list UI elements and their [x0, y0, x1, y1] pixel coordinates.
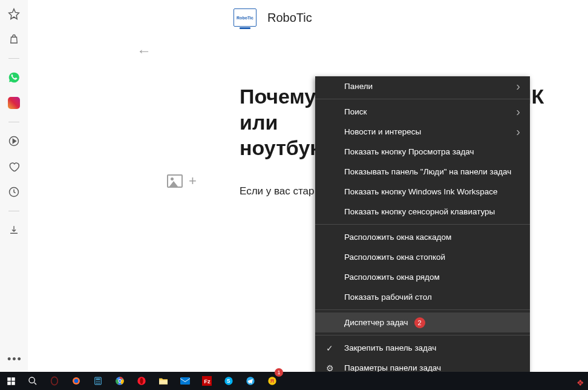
svg-point-14 [99, 381, 100, 382]
sidebar-separator [8, 211, 19, 211]
clock-icon[interactable] [7, 185, 21, 199]
ctx-task-manager[interactable]: Диспетчер задач 2 [315, 312, 530, 332]
svg-rect-25 [180, 377, 190, 385]
ctx-lock-taskbar[interactable]: ✓ Закрепить панель задач [315, 338, 530, 358]
ctx-separator [315, 99, 530, 99]
ctx-show-desktop[interactable]: Показать рабочий стол [315, 287, 530, 307]
ctx-search[interactable]: Поиск [315, 102, 530, 122]
svg-rect-11 [96, 378, 100, 380]
ctx-label: Показать кнопку Windows Ink Workspace [344, 187, 497, 196]
taskbar-context-menu: Панели Поиск Новости и интересы Показать… [315, 76, 530, 378]
mail-icon[interactable] [174, 372, 196, 390]
svg-point-16 [97, 383, 99, 384]
back-arrow-icon[interactable]: ← [137, 42, 151, 59]
yandex-icon[interactable]: Я 1 [261, 372, 283, 390]
svg-point-23 [140, 378, 143, 385]
svg-point-9 [74, 379, 79, 383]
ctx-label: Показать кнопку сенсорной клавиатуры [344, 207, 495, 216]
ctx-separator [315, 309, 530, 310]
ctx-label: Расположить окна рядом [344, 273, 440, 282]
more-icon[interactable]: ••• [7, 353, 22, 366]
ctx-ink-workspace[interactable]: Показать кнопку Windows Ink Workspace [315, 182, 530, 202]
firefox-icon[interactable] [65, 372, 87, 390]
start-button[interactable] [0, 372, 22, 390]
image-placeholder[interactable]: + [167, 173, 197, 189]
windows-taskbar[interactable]: Fz S Я 1 ❖ [0, 372, 588, 390]
filezilla-icon[interactable]: Fz [196, 372, 218, 390]
annotation-badge-1: 1 [275, 368, 283, 377]
site-name[interactable]: RoboTic [267, 11, 312, 25]
page-header: RoboTic RoboTic [28, 0, 588, 27]
ctx-label: Панели [344, 82, 373, 91]
annotation-badge-2: 2 [414, 317, 425, 328]
instagram-icon[interactable] [7, 96, 21, 110]
heart-icon[interactable] [7, 160, 21, 173]
play-circle-icon[interactable] [7, 134, 21, 148]
bag-icon[interactable] [7, 33, 21, 46]
svg-text:S: S [227, 378, 230, 384]
svg-text:Я: Я [270, 378, 274, 384]
ctx-sidebyside[interactable]: Расположить окна рядом [315, 267, 530, 287]
svg-text:Fz: Fz [204, 378, 211, 385]
telegram-icon[interactable] [240, 372, 261, 390]
calc-icon[interactable] [87, 372, 109, 390]
whatsapp-icon[interactable] [7, 71, 21, 84]
svg-point-15 [96, 383, 97, 384]
explorer-icon[interactable] [152, 372, 174, 390]
ctx-panels[interactable]: Панели [315, 76, 530, 96]
ctx-separator [315, 224, 530, 225]
ctx-touch-keyboard[interactable]: Показать кнопку сенсорной клавиатуры [315, 202, 530, 222]
ctx-label: Параметры панели задач [344, 363, 441, 372]
sidebar-separator [8, 58, 19, 59]
browser-sidebar: ••• [0, 0, 28, 372]
ctx-taskview-button[interactable]: Показать кнопку Просмотра задач [315, 142, 530, 162]
opera-pinned-icon[interactable] [44, 372, 65, 390]
svg-point-6 [29, 377, 34, 383]
svg-rect-2 [7, 377, 11, 381]
tray-icon[interactable]: ❖ [577, 378, 584, 388]
ctx-people-panel[interactable]: Показывать панель "Люди" на панели задач [315, 162, 530, 182]
skype-icon[interactable]: S [218, 372, 240, 390]
image-icon [167, 174, 183, 188]
svg-rect-3 [11, 377, 15, 381]
ctx-label: Расположить окна стопкой [344, 253, 445, 262]
ctx-cascade[interactable]: Расположить окна каскадом [315, 227, 530, 247]
download-icon[interactable] [7, 223, 21, 237]
star-icon[interactable] [7, 7, 21, 21]
plus-icon: + [189, 173, 197, 189]
sidebar-separator [8, 122, 19, 122]
chrome-icon[interactable] [109, 372, 131, 390]
ctx-label: Расположить окна каскадом [344, 233, 451, 242]
ctx-label: Новости и интересы [344, 127, 421, 136]
opera-icon[interactable] [131, 372, 152, 390]
svg-point-21 [119, 380, 121, 382]
svg-rect-24 [159, 380, 168, 385]
site-logo[interactable]: RoboTic [234, 8, 256, 27]
ctx-separator [315, 335, 530, 335]
ctx-label: Показывать панель "Люди" на панели задач [344, 167, 511, 176]
svg-point-17 [99, 383, 100, 384]
svg-rect-4 [7, 382, 11, 385]
ctx-label: Показать кнопку Просмотра задач [344, 147, 474, 156]
ctx-label: Закрепить панель задач [344, 343, 436, 352]
ctx-stack[interactable]: Расположить окна стопкой [315, 247, 530, 267]
svg-rect-5 [11, 382, 15, 385]
ctx-label: Показать рабочий стол [344, 292, 432, 302]
svg-point-7 [51, 377, 58, 385]
search-icon[interactable] [22, 372, 44, 390]
ctx-label: Диспетчер задач [344, 318, 408, 327]
svg-point-13 [97, 381, 99, 382]
ctx-label: Поиск [344, 107, 367, 116]
ctx-news[interactable]: Новости и интересы [315, 122, 530, 142]
check-icon: ✓ [326, 343, 333, 353]
svg-point-12 [96, 381, 97, 382]
